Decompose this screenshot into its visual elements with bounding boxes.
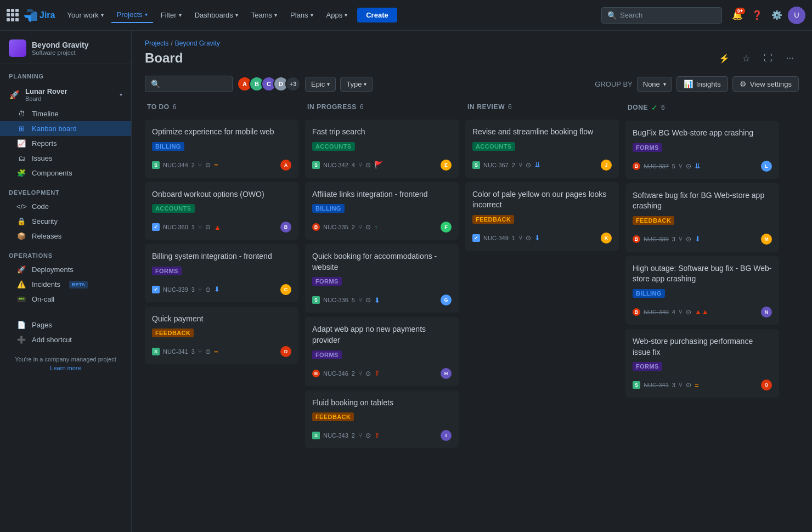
card-count: 1 (512, 235, 515, 241)
star-button[interactable]: ☆ (737, 49, 755, 67)
settings-button[interactable]: ⚙️ (768, 7, 786, 24)
card-id: NUC-341 (644, 382, 669, 388)
sidebar-item-label: Add shortcut (32, 336, 72, 344)
board-col-inprogress: IN PROGRESS 6 Fast trip search ACCOUNTS … (305, 99, 459, 519)
expand-button[interactable]: ⛶ (759, 49, 777, 67)
card-title: Revise and streamline booking flow (472, 127, 612, 138)
create-button[interactable]: Create (357, 8, 397, 22)
beta-badge: BETA (69, 281, 88, 288)
view-settings-button[interactable]: ⚙ View settings (732, 76, 799, 92)
nav-dashboards[interactable]: Dashboards▾ (189, 8, 244, 22)
nav-teams[interactable]: Teams▾ (246, 8, 283, 22)
sidebar-item-security[interactable]: 🔒 Security (0, 214, 131, 229)
learn-more-link[interactable]: Learn more (9, 365, 122, 371)
branch-icon: ⑂ (679, 162, 683, 170)
card-id: NUC-340 (644, 309, 669, 315)
board: TO DO 6 Optimize experience for mobile w… (132, 99, 812, 532)
col-cards-todo: Optimize experience for mobile web BILLI… (145, 120, 298, 519)
board-col-todo: TO DO 6 Optimize experience for mobile w… (145, 99, 298, 519)
priority-icon: ⇊ (695, 162, 701, 170)
card[interactable]: High outage: Software bug fix - BG Web-s… (625, 256, 779, 325)
card-meta: S NUC-341 3 ⑂ ⊙ = O (633, 380, 772, 390)
card[interactable]: Fast trip search ACCOUNTS S NUC-342 4 ⑂ … (305, 120, 459, 178)
card[interactable]: Color of pale yellow on our pages looks … (465, 182, 619, 251)
sidebar-item-components[interactable]: 🧩 Components (0, 166, 131, 180)
nav-your-work[interactable]: Your work▾ (61, 8, 109, 22)
epic-filter[interactable]: Epic ▾ (305, 77, 336, 92)
card[interactable]: Quick booking for accommodations - websi… (305, 244, 459, 313)
notifications-button[interactable]: 🔔 9+ (729, 7, 746, 24)
user-avatar[interactable]: U (788, 7, 805, 24)
card-avatar: D (280, 346, 291, 357)
issue-type-icon: S (312, 161, 320, 169)
card-avatar: E (441, 160, 452, 171)
deployments-icon: 🚀 (16, 265, 26, 274)
more-button[interactable]: ··· (781, 49, 799, 67)
issue-type-icon: S (633, 381, 640, 389)
commit-icon: ⊙ (365, 161, 371, 169)
sidebar-item-add-shortcut[interactable]: ➕ Add shortcut (0, 332, 131, 347)
jira-logo[interactable]: Jira (24, 9, 55, 22)
sidebar-item-issues[interactable]: 🗂 Issues (0, 151, 131, 166)
issue-type-icon: S (472, 161, 480, 169)
grid-icon[interactable] (7, 9, 20, 22)
card-tag: BILLING (633, 289, 665, 298)
branch-icon: ⑂ (198, 223, 202, 231)
sidebar-item-releases[interactable]: 📦 Releases (0, 229, 131, 244)
card-id: NUC-349 (483, 235, 509, 241)
nav-apps[interactable]: Apps▾ (321, 8, 353, 22)
card-id: NUC-336 (323, 297, 348, 303)
sidebar-item-pages[interactable]: 📄 Pages (0, 318, 131, 332)
content: Projects / Beyond Gravity Board ⚡ ☆ ⛶ ··… (132, 31, 812, 532)
insights-button[interactable]: 📊 Insights (676, 76, 728, 92)
card[interactable]: BugFix BG Web-store app crashing FORMS B… (625, 121, 779, 179)
card[interactable]: Software bug fix for BG Web-store app cr… (625, 183, 779, 252)
sidebar-item-incidents[interactable]: ⚠️ Incidents BETA (0, 277, 131, 292)
breadcrumb-projects[interactable]: Projects (145, 39, 168, 47)
help-button[interactable]: ❓ (748, 7, 766, 24)
card[interactable]: Revise and streamline booking flow ACCOU… (465, 120, 619, 178)
commit-icon: ⊙ (686, 162, 691, 170)
lightning-button[interactable]: ⚡ (715, 49, 733, 67)
card-count: 3 (191, 286, 195, 293)
card-tag: BILLING (312, 204, 345, 213)
nav-filter[interactable]: Filter▾ (155, 8, 187, 22)
card[interactable]: Billing system integration - frontend FO… (145, 244, 298, 302)
issue-type-icon: S (312, 432, 320, 439)
sidebar-item-reports[interactable]: 📈 Reports (0, 136, 131, 151)
card[interactable]: Optimize experience for mobile web BILLI… (145, 120, 298, 178)
branch-icon: ⑂ (518, 161, 522, 169)
issue-type-icon: S (152, 161, 160, 169)
nav-plans[interactable]: Plans▾ (285, 8, 319, 22)
nav-projects[interactable]: Projects▾ (111, 7, 153, 23)
search-bar[interactable]: 🔍 Search (601, 7, 722, 24)
insights-icon: 📊 (684, 80, 693, 88)
card[interactable]: Web-store purchasing performance issue f… (625, 329, 779, 398)
group-by-select[interactable]: None ▾ (637, 77, 672, 92)
board-search-input[interactable] (163, 80, 227, 88)
card-count: 1 (191, 224, 195, 230)
card-tag: FEEDBACK (312, 412, 354, 421)
sidebar-item-lunar-rover[interactable]: 🚀 Lunar Rover Board ▾ (0, 83, 131, 106)
sidebar-item-label: Pages (32, 321, 52, 329)
sidebar-item-timeline[interactable]: ⏱ Timeline (0, 106, 131, 121)
view-settings-icon: ⚙ (740, 80, 747, 88)
sidebar-item-label: Security (32, 217, 58, 225)
card-id: NUC-343 (323, 432, 348, 439)
breadcrumb-project[interactable]: Beyond Gravity (175, 39, 220, 47)
card[interactable]: Affiliate links integration - frontend B… (305, 182, 459, 240)
sidebar-item-deployments[interactable]: 🚀 Deployments (0, 262, 131, 277)
sidebar-item-oncall[interactable]: 📟 On-call (0, 292, 131, 307)
sidebar-item-label: Components (32, 169, 72, 177)
card[interactable]: Adapt web app no new payments provider F… (305, 317, 459, 386)
card[interactable]: Onboard workout options (OWO) ACCOUNTS ✓… (145, 182, 298, 240)
timeline-icon: ⏱ (16, 110, 26, 118)
avatar-more[interactable]: +3 (285, 76, 301, 92)
topnav: Jira Your work▾ Projects▾ Filter▾ Dashbo… (0, 0, 812, 31)
board-search[interactable]: 🔍 (145, 76, 233, 92)
card[interactable]: Quick payment FEEDBACK S NUC-341 3 ⑂ ⊙ =… (145, 307, 298, 365)
type-filter[interactable]: Type ▾ (340, 77, 373, 92)
card[interactable]: Fluid booking on tablets FEEDBACK S NUC-… (305, 390, 459, 449)
sidebar-item-kanban[interactable]: ⊞ Kanban board (0, 121, 131, 136)
sidebar-item-code[interactable]: </> Code (0, 199, 131, 214)
